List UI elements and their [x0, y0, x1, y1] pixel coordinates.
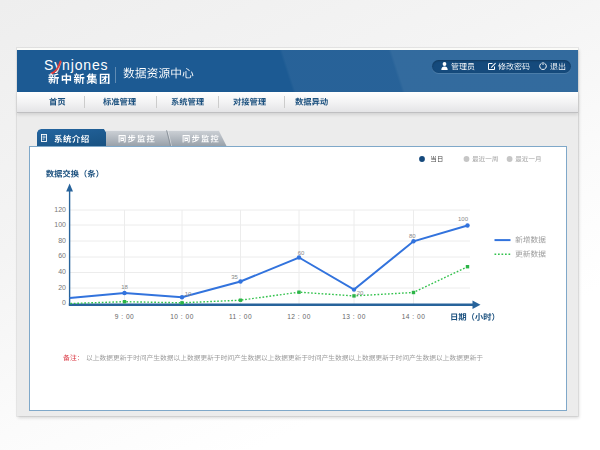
svg-text:11 : 00: 11 : 00: [228, 313, 251, 320]
svg-text:35: 35: [231, 274, 238, 280]
svg-text:10: 10: [184, 291, 191, 297]
svg-text:12 : 00: 12 : 00: [287, 313, 311, 320]
svg-text:80: 80: [58, 237, 66, 244]
svg-text:20: 20: [356, 290, 363, 296]
svg-text:60: 60: [297, 250, 304, 256]
svg-text:20: 20: [58, 284, 66, 291]
svg-text:120: 120: [54, 206, 66, 213]
svg-text:10 : 00: 10 : 00: [170, 313, 194, 320]
svg-text:14 : 00: 14 : 00: [401, 313, 425, 320]
svg-text:40: 40: [58, 268, 66, 275]
svg-text:100: 100: [54, 221, 66, 228]
svg-text:80: 80: [408, 233, 415, 239]
svg-text:18: 18: [121, 284, 128, 290]
svg-text:0: 0: [62, 299, 66, 306]
svg-text:9 : 00: 9 : 00: [114, 313, 134, 320]
svg-text:100: 100: [457, 216, 468, 222]
svg-text:60: 60: [58, 252, 66, 259]
svg-text:13 : 00: 13 : 00: [342, 313, 366, 320]
